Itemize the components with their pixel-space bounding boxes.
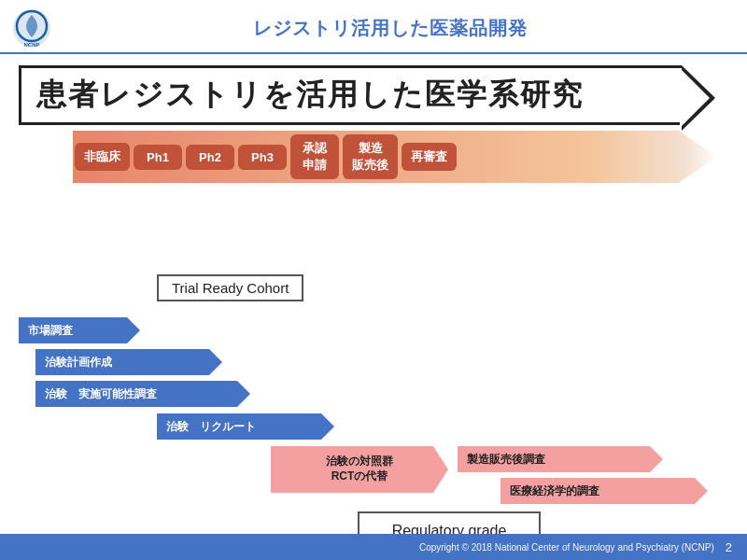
ichiba-label: 市場調査 — [28, 323, 73, 339]
phase-ph2: Ph2 — [186, 145, 234, 170]
recruit-arrow: 治験 リクルート — [157, 413, 334, 440]
iryokeizai-arrow: 医療経済学的調査 — [500, 478, 708, 504]
main-content: 患者レジストリを活用した医学系研究 非臨床 Ph1 Ph2 Ph3 承認申請 製… — [0, 54, 747, 179]
banner-text: 患者レジストリを活用した医学系研究 — [36, 75, 584, 116]
taishogun-label: 治験の対照群RCTの代替 — [326, 455, 393, 483]
keikaku-arrow: 治験計画作成 — [35, 349, 222, 375]
trial-ready-cohort-box: Trial Ready Cohort — [157, 274, 303, 301]
seizohanbai-label: 製造販売後調査 — [467, 452, 545, 468]
phase-approval: 承認申請 — [290, 134, 339, 179]
seizohanbai-arrow: 製造販売後調査 — [458, 446, 663, 472]
jissi-arrow: 治験 実施可能性調査 — [35, 381, 250, 407]
banner-arrow: 患者レジストリを活用した医学系研究 — [19, 65, 682, 125]
recruit-label: 治験 リクルート — [166, 419, 256, 435]
phase-postmarket: 製造販売後 — [343, 134, 398, 179]
jissi-label: 治験 実施可能性調査 — [45, 386, 157, 402]
footer: Copyright © 2018 National Center of Neur… — [0, 534, 747, 560]
svg-text:NCNP: NCNP — [23, 42, 39, 48]
phase-ph1: Ph1 — [134, 145, 182, 170]
phase-非臨床: 非臨床 — [75, 143, 130, 171]
keikaku-label: 治験計画作成 — [45, 355, 112, 371]
taishogun-arrow: 治験の対照群RCTの代替 — [271, 446, 448, 493]
trial-ready-cohort-label: Trial Ready Cohort — [172, 280, 289, 296]
phase-reexam: 再審査 — [402, 143, 457, 171]
iryokeizai-label: 医療経済学的調査 — [510, 483, 599, 499]
page-title: レジストリ活用した医薬品開発 — [52, 16, 728, 41]
phase-row: 非臨床 Ph1 Ph2 Ph3 承認申請 製造販売後 再審査 — [75, 134, 728, 179]
ichiba-arrow: 市場調査 — [19, 317, 140, 343]
ncnp-logo: NCNP — [11, 7, 52, 49]
footer-copyright: Copyright © 2018 National Center of Neur… — [419, 542, 714, 553]
footer-page: 2 — [726, 540, 732, 554]
phase-ph3: Ph3 — [238, 145, 287, 170]
header: NCNP レジストリ活用した医薬品開発 — [0, 0, 747, 54]
